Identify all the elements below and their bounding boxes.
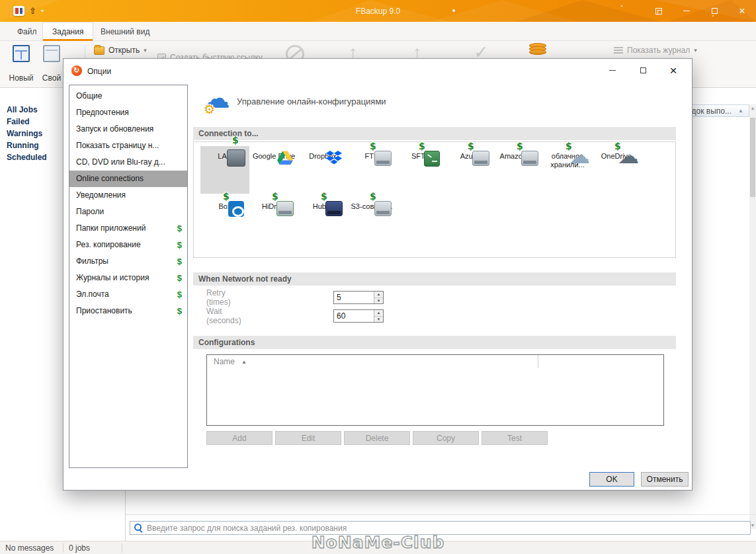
- connection-tile-google-drive[interactable]: Google Drive: [249, 146, 298, 194]
- options-dialog: Опции × Общие Предпочтения Запуск и обно…: [63, 58, 693, 491]
- spinner-down-icon[interactable]: ▼: [374, 298, 383, 304]
- menubar: Файл Задания Внешний вид: [0, 22, 756, 41]
- column-divider[interactable]: [538, 355, 538, 368]
- nav-item-passwords[interactable]: Пароли: [69, 204, 187, 220]
- nav-item-backup[interactable]: Рез. копирование: [69, 237, 187, 253]
- content-divider: [126, 514, 756, 515]
- status-bar: No messages 0 jobs: [0, 541, 756, 554]
- scrollbar: ▲ ▼: [749, 104, 756, 529]
- spinner-up-icon[interactable]: ▲: [374, 310, 383, 317]
- nav-item-preferences[interactable]: Предпочтения: [69, 104, 187, 121]
- options-nav-list: Общие Предпочтения Запуск и обновления П…: [69, 85, 188, 468]
- app-icon: [13, 6, 24, 16]
- scrollbar-thumb[interactable]: [750, 118, 755, 197]
- connection-tile-dropbox[interactable]: Dropbox: [298, 146, 347, 194]
- dollar-icon: [177, 220, 182, 237]
- spinner-up-icon[interactable]: ▲: [374, 292, 383, 298]
- status-jobs-count: 0 jobs: [63, 541, 122, 554]
- nav-item-filters[interactable]: Фильтры: [69, 253, 187, 270]
- titlebar-decoration: [0, 0, 756, 22]
- retry-input[interactable]: [334, 292, 374, 303]
- retry-label: Retry (times): [206, 288, 231, 307]
- dialog-title: Опции: [87, 67, 111, 76]
- folder-open-icon: [94, 46, 105, 55]
- column-name-header[interactable]: Name: [214, 357, 235, 366]
- options-icon: [71, 65, 82, 76]
- sort-asc-icon: ▲: [241, 359, 247, 365]
- nav-item-show-page[interactable]: Показать страницу н...: [69, 138, 187, 154]
- connection-tile-hidrive[interactable]: HiDrive: [249, 196, 298, 244]
- nav-item-cd-dvd[interactable]: CD, DVD или Blu-ray д...: [69, 154, 187, 171]
- chevron-down-icon: ▾: [694, 47, 697, 54]
- section-connection: Connection to...: [193, 127, 676, 140]
- quick-access-up-arrow-icon[interactable]: ⇧: [29, 7, 36, 15]
- maximize-icon[interactable]: [700, 0, 728, 22]
- fullscreen-icon[interactable]: [645, 0, 673, 22]
- dialog-titlebar: Опции ×: [63, 59, 692, 84]
- nav-item-notifications[interactable]: Уведомления: [69, 187, 187, 204]
- connection-tile-onedrive[interactable]: OneDrive: [592, 146, 641, 194]
- new-job-button[interactable]: Новый: [5, 43, 37, 85]
- dialog-minimize-icon[interactable]: [603, 61, 622, 79]
- wait-input[interactable]: [334, 310, 374, 322]
- connection-tile-amazon-s3[interactable]: Amazon S3: [494, 146, 543, 194]
- delete-button[interactable]: Delete: [344, 431, 410, 445]
- search-input[interactable]: [147, 524, 746, 533]
- connection-tile-hubic[interactable]: HubiC: [298, 196, 347, 244]
- add-button[interactable]: Add: [206, 431, 273, 445]
- dollar-icon: [177, 237, 182, 253]
- close-icon[interactable]: ×: [728, 0, 756, 22]
- connection-tile-sftp[interactable]: SFTP: [396, 146, 445, 194]
- section-configurations: Configurations: [193, 336, 676, 349]
- window-icon: [43, 45, 60, 62]
- dollar-icon: [177, 253, 182, 270]
- search-icon: [134, 524, 143, 532]
- connection-tile-s3-compatible[interactable]: S3-совмес...: [347, 196, 396, 244]
- connection-tile-box[interactable]: Box: [200, 196, 249, 244]
- open-button[interactable]: Открыть ▾: [94, 46, 147, 55]
- connection-tile-ftp[interactable]: FTP: [347, 146, 396, 194]
- status-messages: No messages: [0, 541, 63, 554]
- connection-tile-azure[interactable]: Azure: [445, 146, 494, 194]
- nav-item-startup[interactable]: Запуск и обновления: [69, 121, 187, 138]
- dollar-icon: [177, 270, 182, 286]
- nav-item-email[interactable]: Эл.почта: [69, 286, 187, 303]
- configurations-table[interactable]: Name ▲: [206, 354, 664, 426]
- wait-label: Wait (seconds): [206, 307, 241, 325]
- connection-tile-lan[interactable]: LAN: [200, 146, 249, 194]
- custom-job-button[interactable]: Свой: [38, 43, 65, 85]
- nav-item-logs-history[interactable]: Журналы и история: [69, 270, 187, 286]
- dialog-close-icon[interactable]: ×: [664, 61, 683, 79]
- connection-panel: LAN Google Drive: [193, 141, 676, 258]
- dialog-maximize-icon[interactable]: [634, 61, 652, 79]
- tab-jobs[interactable]: Задания: [42, 22, 93, 41]
- test-button[interactable]: Test: [482, 431, 548, 445]
- tab-file[interactable]: Файл: [8, 22, 46, 41]
- copy-button[interactable]: Copy: [413, 431, 479, 445]
- cloud-gear-icon: [202, 86, 233, 115]
- sort-asc-icon: ▲: [738, 108, 743, 114]
- minimize-icon[interactable]: [673, 0, 700, 22]
- edit-button[interactable]: Edit: [275, 431, 341, 445]
- new-document-icon: [13, 45, 30, 62]
- connection-tile-cloud-storage[interactable]: облачное хранили...: [543, 146, 592, 194]
- nav-item-general[interactable]: Общие: [69, 88, 187, 104]
- nav-item-pause[interactable]: Приостановить: [69, 303, 187, 319]
- retry-stepper: ▲ ▼: [333, 291, 384, 304]
- nav-item-online-connections[interactable]: Online connections: [69, 171, 187, 187]
- page-title: Управление онлайн-конфигурациями: [237, 97, 386, 106]
- spinner-down-icon[interactable]: ▼: [374, 317, 383, 323]
- column-header-label: ядок выпо...: [687, 106, 732, 116]
- ok-button[interactable]: OK: [589, 472, 634, 487]
- section-network: When Network not ready: [193, 272, 676, 286]
- dollar-icon: [177, 303, 182, 319]
- cancel-button[interactable]: Отменить: [641, 472, 689, 487]
- nav-item-app-folders[interactable]: Папки приложений: [69, 220, 187, 237]
- tab-view[interactable]: Внешний вид: [91, 22, 159, 41]
- database-stack-icon[interactable]: [529, 45, 546, 55]
- show-log-button[interactable]: Показать журнал ▾: [614, 46, 697, 55]
- options-content: Управление онлайн-конфигурациями Connect…: [193, 85, 676, 468]
- titlebar: ⇧ ▾ FBackup 9.0 ×: [0, 0, 756, 22]
- quick-access-caret-icon[interactable]: ▾: [41, 8, 44, 14]
- scroll-up-icon[interactable]: ▲: [749, 106, 756, 110]
